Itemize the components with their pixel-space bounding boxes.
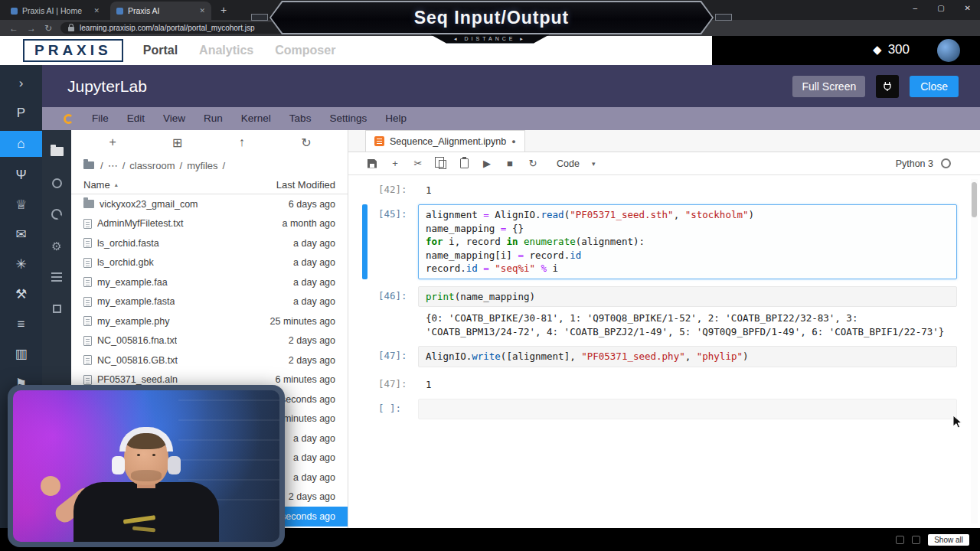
file-row[interactable]: my_example.fastaa day ago [71, 292, 348, 312]
kernel-indicator[interactable]: Python 3 [896, 158, 951, 169]
browser-tab-1[interactable]: Praxis AI | Home ✕ [5, 2, 106, 20]
cell-editor[interactable]: print(name_mapping) [418, 286, 957, 308]
menu-tabs[interactable]: Tabs [280, 107, 321, 130]
column-name[interactable]: Name [83, 179, 110, 191]
chart-icon[interactable]: ▥ [0, 342, 42, 366]
browser-tab-2[interactable]: Praxis AI ✕ [110, 2, 211, 20]
file-row[interactable]: NC_005816.fna.txt2 days ago [71, 331, 348, 351]
new-folder-icon[interactable]: ⊞ [160, 135, 194, 150]
file-browser-toolbar: +⊞↑↻ [71, 130, 348, 155]
cell-editor[interactable]: alignment = AlignIO.read("PF05371_seed.s… [418, 204, 957, 279]
mail-glyph: ✉ [15, 227, 26, 243]
new-launcher-icon[interactable]: + [96, 135, 129, 149]
breadcrumb-item[interactable]: myfiles [187, 160, 217, 171]
fullscreen-button[interactable]: Full Screen [792, 76, 865, 97]
chevron-right-icon[interactable]: › [0, 71, 42, 95]
nav-composer[interactable]: Composer [275, 44, 335, 57]
file-row[interactable]: ls_orchid.gbka day ago [71, 253, 348, 273]
menu-help[interactable]: Help [376, 107, 416, 130]
menu-run[interactable]: Run [194, 107, 232, 130]
menu-kernel[interactable]: Kernel [232, 107, 280, 130]
interrupt-kernel-icon[interactable]: ■ [498, 158, 521, 169]
cell-collapser[interactable] [362, 399, 368, 420]
palette-icon[interactable]: ✳ [0, 253, 42, 276]
nav-analytics[interactable]: Analytics [199, 44, 253, 57]
tray-icon[interactable] [912, 536, 920, 544]
notebook-tab[interactable]: Sequence_Alignment.ipynb ● [365, 130, 525, 152]
cell-editor[interactable] [418, 399, 957, 420]
notebook-scrollbar[interactable] [971, 179, 978, 523]
home-icon[interactable]: ⌂ [0, 131, 42, 157]
breadcrumb-item[interactable]: classroom [129, 160, 175, 171]
cell-editor[interactable]: AlignIO.write([alignment], "PF05371_seed… [418, 346, 957, 367]
breadcrumb-item[interactable]: ⋯ [108, 160, 118, 171]
sort-caret-icon[interactable]: ▴ [115, 181, 118, 188]
forward-icon[interactable]: → [27, 24, 36, 33]
column-modified[interactable]: Last Modified [250, 179, 335, 191]
file-row[interactable]: my_example.phy25 minutes ago [71, 311, 348, 331]
copy-cell-icon[interactable] [430, 158, 452, 169]
refresh-icon[interactable]: ↻ [289, 135, 323, 150]
open-tabs-icon[interactable] [51, 271, 62, 283]
menu-file[interactable]: File [83, 107, 118, 130]
file-row[interactable]: AdminMyfFiletest.txta month ago [71, 214, 348, 234]
nav-portal[interactable]: Portal [143, 44, 178, 57]
points-counter[interactable]: ◆ 300 [873, 42, 910, 57]
maximize-button[interactable]: ▢ [937, 4, 944, 12]
trophy-icon[interactable]: ♕ [0, 193, 42, 217]
new-tab-button[interactable]: + [220, 4, 227, 16]
cell-collapser[interactable] [362, 180, 368, 197]
file-browser-icon[interactable] [51, 145, 64, 158]
unsaved-dot-icon[interactable]: ● [511, 138, 515, 145]
output-cell[interactable]: [47]:1 [362, 374, 957, 392]
tools-icon[interactable]: ⚒ [0, 282, 42, 306]
praxis-p-icon[interactable]: P [0, 101, 42, 125]
scrollbar-thumb[interactable] [972, 182, 977, 217]
menu-settings[interactable]: Settings [320, 107, 376, 130]
cell-collapser[interactable] [362, 374, 368, 392]
command-palette-icon[interactable] [51, 208, 62, 220]
tab-close-icon[interactable]: ✕ [93, 7, 100, 15]
menu-view[interactable]: View [154, 107, 194, 130]
reload-icon[interactable]: ↻ [44, 24, 52, 33]
output-cell[interactable]: [42]:1 [362, 180, 957, 197]
branch-icon[interactable]: Ψ [0, 163, 42, 187]
add-cell-icon[interactable]: + [384, 158, 407, 169]
save-icon[interactable] [361, 159, 384, 168]
minimize-button[interactable]: – [913, 4, 918, 12]
close-button[interactable]: Close [910, 76, 959, 97]
run-cell-icon[interactable]: ▶ [475, 158, 498, 169]
file-row[interactable]: NC_005816.GB.txt2 days ago [71, 350, 348, 370]
cell-collapser[interactable] [362, 286, 368, 340]
cell-collapser[interactable] [362, 204, 368, 279]
tab-close-icon[interactable]: ✕ [199, 7, 205, 15]
cell-type-dropdown[interactable]: Code ▾ [557, 158, 595, 169]
menu-edit[interactable]: Edit [118, 107, 154, 130]
upload-icon[interactable]: ↑ [225, 135, 259, 149]
file-row[interactable]: my_example.faaa day ago [71, 272, 348, 292]
list-icon[interactable]: ≡ [0, 312, 42, 336]
paste-cell-icon[interactable] [452, 158, 475, 168]
show-all-button[interactable]: Show all [928, 534, 969, 546]
code-cell[interactable]: [ ]: [362, 399, 957, 420]
user-avatar[interactable] [937, 39, 960, 62]
folder-icon[interactable] [83, 161, 94, 169]
property-inspector-icon[interactable]: ⚙ [51, 240, 61, 252]
mail-icon[interactable]: ✉ [0, 223, 42, 246]
close-window-button[interactable]: ✕ [965, 4, 971, 12]
code-cell[interactable]: [45]:alignment = AlignIO.read("PF05371_s… [362, 204, 957, 279]
praxis-logo[interactable]: PRAXIS [23, 39, 123, 62]
extension-manager-icon[interactable] [53, 302, 61, 315]
power-button[interactable] [876, 75, 899, 98]
restart-kernel-icon[interactable]: ↻ [521, 158, 544, 169]
code-cell[interactable]: [47]:AlignIO.write([alignment], "PF05371… [362, 346, 957, 367]
cell-collapser[interactable] [362, 346, 368, 367]
code-cell[interactable]: [46]:print(name_mapping){0: 'COATB_BPIKE… [362, 286, 957, 340]
file-row[interactable]: vickyxox23_gmail_com6 days ago [71, 194, 348, 214]
file-row[interactable]: ls_orchid.fastaa day ago [71, 233, 348, 253]
notebook-scroll-area[interactable]: [42]:1[45]:alignment = AlignIO.read("PF0… [348, 175, 980, 528]
tray-icon[interactable] [896, 536, 904, 544]
running-sessions-icon[interactable] [52, 177, 62, 189]
cut-cell-icon[interactable]: ✂ [407, 158, 430, 169]
back-icon[interactable]: ← [9, 24, 18, 33]
